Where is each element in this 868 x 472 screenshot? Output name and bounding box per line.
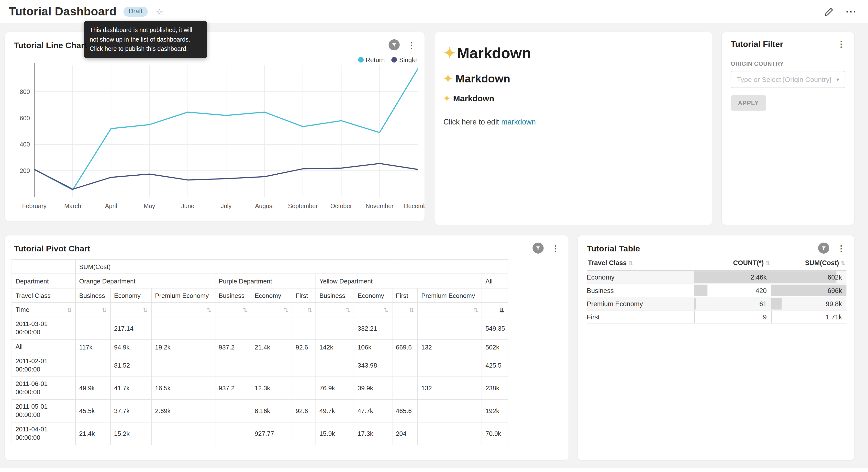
chart-options-icon[interactable]: ⋮ — [405, 40, 418, 49]
pivot-value-cell — [215, 317, 251, 340]
pivot-row-label: 2011-05-01 00:00:00 — [12, 400, 75, 422]
table-column-header[interactable]: COUNT(*)⇅ — [694, 257, 771, 270]
pivot-column-header: First — [392, 288, 417, 302]
pivot-sort-cell[interactable]: ⇅ — [354, 302, 392, 317]
filter-card-header: Tutorial Filter ⋮ — [722, 32, 854, 49]
table-card-header: Tutorial Table ⋮ — [578, 235, 854, 254]
line-chart-card: Tutorial Line Chart ⋮ ReturnSingle 20040… — [4, 32, 425, 222]
table-row[interactable]: Premium Economy6199.8k — [587, 297, 846, 311]
sum-cell: 696k — [771, 284, 846, 297]
pivot-value-cell: 16.5k — [151, 377, 215, 400]
markdown-h2: ✦Markdown — [443, 72, 704, 85]
sort-icon[interactable]: ⇅ — [383, 306, 389, 314]
sum-cell: 602k — [771, 270, 846, 284]
svg-text:November: November — [366, 203, 394, 209]
pivot-value-cell: 238k — [482, 377, 508, 400]
edit-pencil-icon[interactable] — [824, 7, 834, 16]
sort-icon[interactable]: ⇅ — [473, 306, 478, 314]
filter-indicator-icon[interactable] — [818, 243, 829, 254]
pivot-sort-cell[interactable]: ⇅ — [417, 302, 482, 317]
pivot-sort-cell[interactable]: ⇅ — [75, 302, 111, 317]
chart-options-icon[interactable]: ⋮ — [835, 40, 847, 48]
travel-class-cell: Business — [587, 284, 694, 297]
origin-country-select[interactable]: Type or Select [Origin Country] ▾ — [731, 71, 845, 88]
sort-icon[interactable]: ⇅ — [102, 306, 107, 314]
pivot-sort-cell[interactable]: ⇅ — [316, 302, 354, 317]
pivot-value-cell: 106k — [354, 340, 392, 354]
line-chart-svg: 200400600800FebruaryMarchAprilMayJuneJul… — [9, 61, 421, 222]
sort-icon[interactable]: ⇅ — [206, 306, 212, 314]
pivot-value-cell: 19.2k — [151, 340, 215, 354]
sparkle-icon: ✦ — [443, 45, 456, 61]
table-row[interactable]: Business420696k — [587, 284, 846, 297]
markdown-link[interactable]: markdown — [501, 118, 536, 126]
line-chart-header: Tutorial Line Chart ⋮ — [5, 32, 425, 50]
pivot-value-cell — [292, 317, 316, 340]
pivot-value-cell: 2.69k — [151, 400, 215, 422]
cell-bar — [771, 271, 836, 283]
pivot-sort-cell[interactable]: ⇅ — [292, 302, 316, 317]
sort-icon[interactable]: ⇅ — [283, 306, 288, 314]
bottom-strip — [0, 468, 868, 472]
chart-options-icon[interactable]: ⋮ — [835, 244, 847, 252]
pivot-sort-cell[interactable]: ⇅ — [392, 302, 417, 317]
pivot-value-cell — [75, 354, 111, 377]
favorite-star-icon[interactable]: ☆ — [156, 7, 163, 16]
table-column-header[interactable]: Travel Class⇅ — [587, 257, 694, 270]
pivot-value-cell: 15.9k — [316, 422, 354, 445]
pivot-value-cell: 142k — [316, 340, 354, 354]
filter-indicator-icon[interactable] — [532, 243, 544, 254]
pivot-sort-cell[interactable]: ⇅ — [111, 302, 152, 317]
table-body: Economy2.46k602kBusiness420696kPremium E… — [587, 270, 846, 324]
table-row[interactable]: Economy2.46k602k — [587, 270, 846, 284]
markdown-h3-text: Markdown — [453, 94, 494, 103]
markdown-paragraph: Click here to editmarkdown — [443, 118, 704, 126]
pivot-dimension-header: Travel Class — [12, 288, 75, 302]
chart-options-icon[interactable]: ⋮ — [549, 244, 562, 252]
pivot-time-header[interactable]: Time⇅ — [12, 302, 75, 317]
pivot-sort-cell[interactable]: ⇅ — [215, 302, 251, 317]
pivot-value-cell: 12.3k — [251, 377, 292, 400]
pivot-value-cell — [151, 317, 215, 340]
pivot-value-cell: 47.7k — [354, 400, 392, 422]
svg-text:September: September — [288, 203, 318, 209]
sort-icon[interactable]: ⇅ — [242, 306, 247, 314]
pivot-row: 2011-03-01 00:00:00217.14332.21549.35 — [12, 317, 508, 340]
pivot-sort-cell[interactable]: ⇅ — [151, 302, 215, 317]
apply-button[interactable]: APPLY — [731, 95, 766, 111]
sort-icon[interactable]: ⇅ — [409, 306, 414, 314]
markdown-card: ✦Markdown ✦Markdown ✦Markdown Click here… — [434, 32, 713, 225]
pivot-value-cell: 192k — [482, 400, 508, 422]
pivot-table: SUM(Cost)DepartmentOrange DepartmentPurp… — [12, 259, 508, 445]
pivot-value-cell: 465.6 — [392, 400, 417, 422]
pivot-value-cell: 70.9k — [482, 422, 508, 445]
filter-card: Tutorial Filter ⋮ ORIGIN COUNTRY Type or… — [721, 32, 855, 225]
app-header: Tutorial Dashboard Draft ☆ ··· — [0, 0, 868, 23]
pivot-column-header: Economy — [111, 288, 152, 302]
pivot-value-cell: 343.98 — [354, 354, 392, 377]
pivot-sort-cell[interactable]: ⇅ — [251, 302, 292, 317]
filter-indicator-icon[interactable] — [389, 39, 400, 50]
sort-icon[interactable]: ⇅ — [67, 306, 72, 314]
pivot-row-label: 2011-03-01 00:00:00 — [12, 317, 75, 340]
sort-icon[interactable]: ⇅ — [307, 306, 312, 314]
markdown-body: ✦Markdown ✦Markdown ✦Markdown Click here… — [434, 44, 712, 126]
pivot-row-label: 2011-04-01 00:00:00 — [12, 422, 75, 445]
draft-badge[interactable]: Draft — [123, 7, 148, 17]
svg-text:October: October — [330, 203, 352, 209]
sort-descending-icon[interactable]: ⇊ — [499, 306, 504, 314]
table-row[interactable]: First91.71k — [587, 311, 846, 324]
pivot-sort-cell[interactable]: ⇊ — [482, 302, 508, 317]
table-card-title: Tutorial Table — [587, 243, 818, 253]
pivot-column-header: Business — [75, 288, 111, 302]
sort-icon[interactable]: ⇅ — [143, 306, 148, 314]
pivot-value-cell — [151, 422, 215, 445]
pivot-value-cell — [392, 377, 417, 400]
more-menu-icon[interactable]: ··· — [846, 7, 857, 16]
pivot-row: 2011-05-01 00:00:0045.5k37.7k2.69k8.16k9… — [12, 400, 508, 422]
table-column-header[interactable]: SUM(Cost)⇅ — [771, 257, 846, 270]
sort-icon[interactable]: ⇅ — [345, 306, 350, 314]
pivot-measure-header: SUM(Cost) — [75, 260, 508, 274]
line-chart-plot[interactable]: 200400600800FebruaryMarchAprilMayJuneJul… — [9, 61, 421, 222]
pivot-value-cell: 669.6 — [392, 340, 417, 354]
